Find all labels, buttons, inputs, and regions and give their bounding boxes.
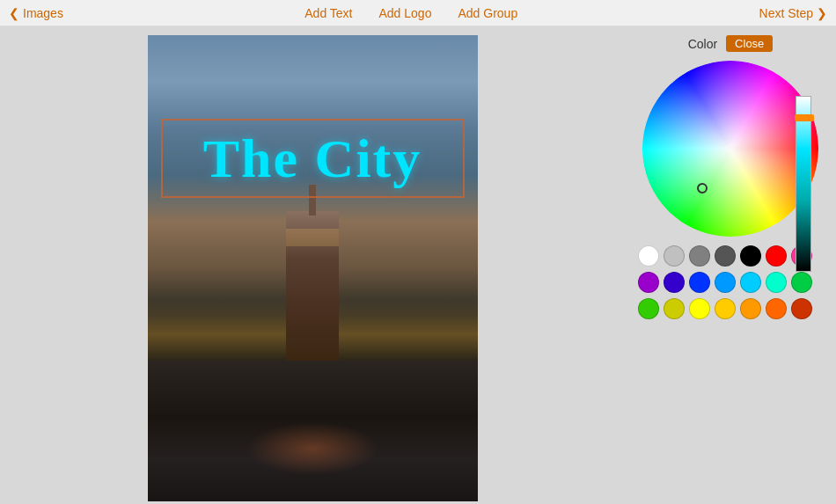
images-link[interactable]: Images bbox=[23, 6, 63, 20]
topbar: ❮ Images Add Text Add Logo Add Group Nex… bbox=[0, 0, 836, 26]
color-wheel-container[interactable] bbox=[642, 61, 818, 237]
overlay-text: The City bbox=[203, 128, 422, 190]
next-step-button[interactable]: Next Step bbox=[759, 6, 813, 20]
swatch-blue[interactable] bbox=[689, 272, 710, 293]
color-label: Color bbox=[688, 37, 717, 51]
back-arrow-icon[interactable]: ❮ bbox=[9, 6, 19, 20]
swatch-purple[interactable] bbox=[638, 272, 659, 293]
swatch-light-gray[interactable] bbox=[664, 245, 685, 267]
swatch-light-blue[interactable] bbox=[715, 272, 736, 293]
swatch-white[interactable] bbox=[638, 245, 659, 267]
swatch-red[interactable] bbox=[766, 245, 787, 267]
swatch-brick[interactable] bbox=[791, 298, 812, 319]
brightness-slider[interactable] bbox=[796, 96, 811, 272]
add-text-button[interactable]: Add Text bbox=[304, 6, 352, 20]
swatch-orange[interactable] bbox=[740, 298, 761, 319]
color-label-row: Color Close bbox=[634, 35, 827, 52]
brightness-slider-container bbox=[796, 96, 811, 272]
road-reflection bbox=[246, 422, 378, 475]
add-logo-button[interactable]: Add Logo bbox=[379, 6, 432, 20]
main-content: The City Color Close bbox=[0, 26, 836, 504]
swatch-yellow[interactable] bbox=[689, 298, 710, 319]
next-arrow-icon: ❯ bbox=[817, 6, 827, 20]
swatch-teal[interactable] bbox=[766, 272, 787, 293]
color-picker-panel: Color Close bbox=[625, 26, 836, 504]
picker-wrapper bbox=[634, 61, 827, 237]
swatch-row-2 bbox=[638, 272, 823, 293]
swatch-green[interactable] bbox=[791, 272, 812, 293]
swatch-row-3 bbox=[638, 298, 823, 319]
add-group-button[interactable]: Add Group bbox=[458, 6, 517, 20]
swatch-gold[interactable] bbox=[715, 298, 736, 319]
text-overlay-box[interactable]: The City bbox=[161, 119, 465, 198]
brightness-handle[interactable] bbox=[795, 114, 814, 121]
swatch-dark-orange[interactable] bbox=[766, 298, 787, 319]
swatch-dark-gray[interactable] bbox=[715, 245, 736, 267]
swatch-olive[interactable] bbox=[664, 298, 685, 319]
close-button[interactable]: Close bbox=[726, 35, 773, 52]
topbar-right: Next Step ❯ bbox=[759, 6, 827, 20]
canvas-area: The City bbox=[0, 26, 625, 504]
color-wheel[interactable] bbox=[642, 61, 818, 237]
image-container: The City bbox=[148, 35, 478, 501]
topbar-center: Add Text Add Logo Add Group bbox=[304, 6, 517, 20]
swatch-black[interactable] bbox=[740, 245, 761, 267]
swatch-lime[interactable] bbox=[638, 298, 659, 319]
swatch-medium-gray[interactable] bbox=[689, 245, 710, 267]
swatch-dark-blue[interactable] bbox=[664, 272, 685, 293]
topbar-left: ❮ Images bbox=[9, 6, 63, 20]
building bbox=[286, 211, 339, 369]
swatch-sky-blue[interactable] bbox=[740, 272, 761, 293]
